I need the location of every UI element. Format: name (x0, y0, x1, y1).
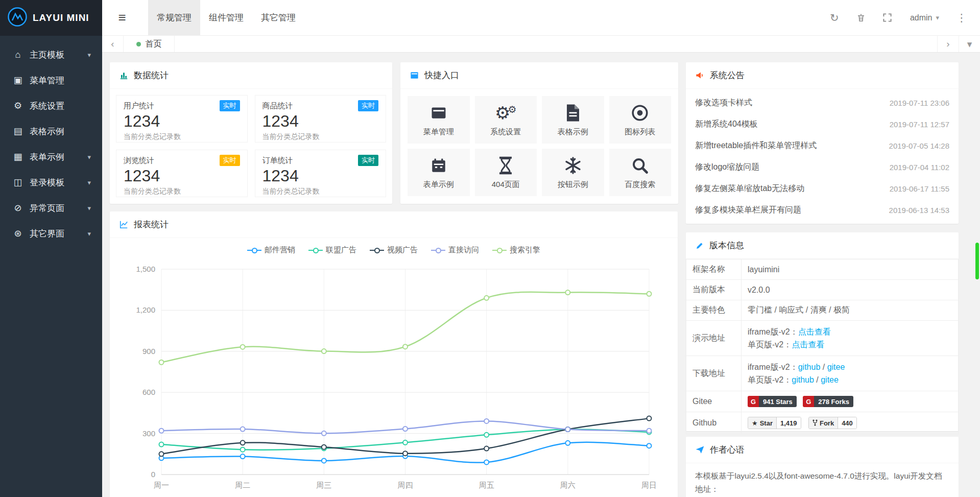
version-row-label: 下载地址 (686, 356, 742, 391)
quick-label: 表格示例 (558, 127, 588, 137)
legend-marker-icon (308, 247, 323, 253)
stats-card: 数据统计 用户统计实时 1234 当前分类总记录数 商品统计实时 1234 当前… (110, 62, 392, 204)
sidebar-item-menu-management[interactable]: ▣ 菜单管理 (0, 67, 102, 93)
table-row: 下载地址 iframe版-v2：github / gitee 单页版-v2：gi… (686, 356, 959, 391)
sidebar-item-table-example[interactable]: ▤ 表格示例 (0, 119, 102, 144)
announcement-item[interactable]: 修复多模块菜单栏展开有问题 2019-06-13 14:53 (695, 199, 949, 221)
sidebar-item-form-example[interactable]: ▦ 表单示例 ▾ (0, 144, 102, 170)
table-row: Gitee G941 Stars G278 Forks (686, 391, 959, 412)
legend-item[interactable]: 邮件营销 (247, 245, 295, 255)
tab-home-label: 首页 (146, 39, 162, 50)
sidebar-item-home-template[interactable]: ⌂ 主页模板 ▾ (0, 42, 102, 67)
sidebar-item-other-ui[interactable]: ⊛ 其它界面 ▾ (0, 221, 102, 246)
demo-spa-link[interactable]: 点击查看 (792, 340, 824, 349)
github-fork-badge[interactable]: Fork 440 (808, 417, 857, 429)
sidebar-item-system-settings[interactable]: ⚙ 系统设置 (0, 93, 102, 119)
github-star-label: Star (760, 419, 773, 427)
refresh-icon[interactable]: ↻ (824, 0, 845, 36)
svg-text:周三: 周三 (316, 481, 331, 489)
nav-tab-component-management[interactable]: 组件管理 (200, 0, 252, 35)
download-iframe-github-link[interactable]: github (798, 363, 821, 371)
gitee-logo-icon: G (748, 396, 759, 407)
logo-icon (7, 7, 28, 29)
quick-label: 按钮示例 (558, 180, 588, 190)
calendar-icon: ▦ (11, 151, 25, 162)
home-icon: ⌂ (11, 50, 25, 60)
version-table: 框架名称 layuimini 当前版本 v2.0.0 主要特色 零门槛 / 响应… (686, 259, 959, 434)
sidebar-item-label: 主页模板 (30, 49, 64, 61)
chart-legend: 邮件营销联盟广告视频广告直接访问搜索引擎 (110, 245, 678, 255)
sidebar-item-label: 登录模板 (30, 177, 64, 188)
svg-text:1,500: 1,500 (136, 265, 155, 273)
more-menu-icon[interactable]: ⋮ (951, 0, 972, 36)
announcement-item[interactable]: 修改logo缩放问题 2019-07-04 11:02 (695, 156, 949, 178)
nav-tab-regular-management[interactable]: 常规管理 (148, 0, 200, 35)
fullscreen-icon[interactable] (877, 0, 898, 36)
page-scrollbar-thumb[interactable] (975, 243, 979, 279)
quick-item-table-example[interactable]: 表格示例 (542, 96, 604, 144)
version-row-label: Gitee (686, 391, 742, 412)
announcement-list: 修改选项卡样式 2019-07-11 23:06 新增系统404模板 2019-… (686, 89, 959, 224)
clear-cache-trash-icon[interactable] (851, 0, 871, 36)
sidebar-item-label: 异常页面 (30, 202, 64, 214)
file-text-icon: ▤ (11, 126, 25, 137)
download-line-prefix: 单页版-v2： (748, 375, 792, 384)
sidebar-item-error-pages[interactable]: ⊘ 异常页面 ▾ (0, 195, 102, 221)
github-star-badge[interactable]: ★Star 1,419 (748, 417, 801, 429)
gitee-stars-badge[interactable]: G941 Stars (748, 396, 797, 407)
announcement-item[interactable]: 新增系统404模板 2019-07-11 12:57 (695, 113, 949, 135)
quick-item-baidu-search[interactable]: 百度搜索 (609, 149, 672, 196)
gitee-stars-count: 941 Stars (759, 396, 797, 407)
download-spa-github-link[interactable]: github (792, 375, 814, 384)
version-row-label: 框架名称 (686, 259, 742, 280)
quick-item-menu-management[interactable]: 菜单管理 (408, 96, 470, 144)
tab-home[interactable]: 首页 (124, 36, 175, 52)
file-text-icon (565, 103, 581, 123)
table-row: 框架名称 layuimini (686, 259, 959, 280)
legend-item[interactable]: 视频广告 (370, 245, 418, 255)
user-menu[interactable]: admin ▾ (904, 0, 945, 36)
quick-item-button-example[interactable]: 按钮示例 (542, 149, 604, 196)
logo[interactable]: LAYUI MINI (0, 0, 102, 36)
quick-item-form-example[interactable]: 表单示例 (408, 149, 470, 196)
svg-text:0: 0 (151, 470, 155, 479)
announcement-text: 修改logo缩放问题 (695, 162, 759, 173)
demo-line-prefix: 单页版-v2： (748, 340, 792, 349)
stat-box-views: 浏览统计实时 1234 当前分类总记录数 (116, 150, 248, 197)
demo-iframe-link[interactable]: 点击查看 (798, 327, 831, 336)
topbar-main: ≡ 常规管理 组件管理 其它管理 ↻ admin ▾ ⋮ (102, 0, 980, 35)
menu-toggle-icon[interactable]: ≡ (104, 0, 140, 35)
author-card-header: 作者心语 (686, 437, 959, 463)
status-badge: 实时 (358, 155, 378, 166)
card-title: 报表统计 (134, 219, 169, 230)
quick-label: 图标列表 (625, 127, 655, 137)
quick-item-404-page[interactable]: 404页面 (475, 149, 537, 196)
announcement-item[interactable]: 修改选项卡样式 2019-07-11 23:06 (695, 92, 949, 113)
quick-item-icon-list[interactable]: 图标列表 (609, 96, 672, 144)
legend-item[interactable]: 搜索引擎 (492, 245, 540, 255)
line-chart-icon (119, 220, 129, 229)
main-content: 数据统计 用户统计实时 1234 当前分类总记录数 商品统计实时 1234 当前… (102, 53, 980, 497)
svg-text:周五: 周五 (479, 481, 494, 489)
legend-item[interactable]: 直接访问 (431, 245, 479, 255)
legend-item[interactable]: 联盟广告 (308, 245, 356, 255)
announcements-card-header: 系统公告 (686, 62, 959, 89)
sidebar-item-login-template[interactable]: ◫ 登录模板 ▾ (0, 170, 102, 195)
card-title: 系统公告 (710, 69, 745, 81)
tab-active-dot (136, 42, 141, 46)
announcement-item[interactable]: 修复左侧菜单缩放tab无法移动 2019-06-17 11:55 (695, 178, 949, 199)
link-separator: / (814, 375, 821, 384)
snowflake-icon (564, 155, 582, 176)
fork-icon (812, 419, 818, 427)
quick-item-system-settings[interactable]: ⚙⚙ 系统设置 (475, 96, 537, 144)
chevron-down-icon: ▾ (87, 51, 91, 59)
announcement-item[interactable]: 新增treetable插件和菜单管理样式 2019-07-05 14:28 (695, 135, 949, 156)
download-spa-gitee-link[interactable]: gitee (821, 375, 839, 384)
download-iframe-gitee-link[interactable]: gitee (827, 363, 845, 371)
tabs-dropdown-icon[interactable]: ▾ (959, 36, 980, 52)
tabs-scroll-left-icon[interactable]: ‹ (102, 36, 124, 52)
version-row-value: iframe版-v2：点击查看 单页版-v2：点击查看 (742, 321, 959, 356)
nav-tab-other-management[interactable]: 其它管理 (252, 0, 304, 35)
gitee-forks-badge[interactable]: G278 Forks (803, 396, 853, 407)
tabs-scroll-right-icon[interactable]: › (937, 36, 959, 52)
